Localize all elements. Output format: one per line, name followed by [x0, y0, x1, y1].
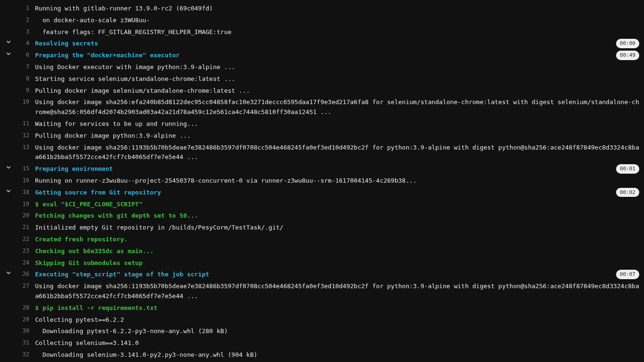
log-command: Fetching changes with git depth set to 5… [33, 210, 639, 222]
gutter: 8 [0, 73, 33, 83]
log-line: 23Checking out b6e335dc as main... [0, 246, 644, 257]
log-line: 29Collecting pytest==6.2.2 [0, 314, 644, 326]
chevron-placeholder [2, 62, 15, 62]
log-line: 16Running on runner-z3wu8uu--project-254… [0, 175, 644, 187]
line-number[interactable]: 31 [15, 337, 29, 347]
chevron-down-icon[interactable] [2, 187, 15, 194]
line-number[interactable]: 2 [15, 15, 29, 25]
chevron-placeholder [2, 142, 15, 143]
gutter: 26 [0, 269, 33, 279]
line-number[interactable]: 20 [15, 210, 29, 220]
section-header[interactable]: Executing "step_script" stage of the job… [33, 269, 610, 281]
chevron-placeholder [2, 85, 15, 86]
log-line: 6Preparing the "docker+machine" executor… [0, 50, 644, 62]
duration-pill: 00:02 [616, 188, 639, 197]
log-text: Using docker image sha256:efa240b85d8122… [33, 97, 639, 118]
line-number[interactable]: 29 [15, 314, 29, 324]
log-line: 8Starting service selenium/standalone-ch… [0, 73, 644, 85]
duration-pill: 00:07 [616, 270, 639, 279]
chevron-placeholder [2, 326, 15, 327]
duration-pill: 00:01 [616, 164, 639, 174]
chevron-placeholder [2, 175, 15, 176]
log-text: feature flags: FF_GITLAB_REGISTRY_HELPER… [33, 26, 639, 38]
gutter: 12 [0, 130, 33, 140]
chevron-placeholder [2, 26, 15, 27]
gutter: 4 [0, 38, 33, 48]
line-number[interactable]: 30 [15, 326, 29, 336]
chevron-down-icon[interactable] [2, 269, 15, 275]
chevron-placeholder [2, 199, 15, 200]
duration-pill: 00:49 [616, 51, 639, 60]
line-number[interactable]: 3 [15, 26, 29, 36]
log-line: 22Created fresh repository. [0, 234, 644, 246]
gutter: 22 [0, 234, 33, 244]
line-number[interactable]: 24 [15, 257, 29, 267]
gutter: 11 [0, 118, 33, 128]
chevron-placeholder [2, 3, 15, 4]
line-number[interactable]: 7 [15, 62, 29, 71]
chevron-down-icon[interactable] [2, 163, 15, 170]
gutter: 24 [0, 257, 33, 267]
line-number[interactable]: 16 [15, 175, 29, 185]
line-number[interactable]: 21 [15, 222, 29, 232]
log-text: Downloading selenium-3.141.0-py2.py3-non… [33, 349, 639, 361]
log-line: 20Fetching changes with git depth set to… [0, 210, 644, 222]
log-line: 4Resolving secrets00:00 [0, 38, 644, 50]
gutter: 18 [0, 187, 33, 197]
gutter: 10 [0, 97, 33, 106]
line-number[interactable]: 18 [15, 187, 29, 197]
log-text: Running with gitlab-runner 13.9.0-rc2 (6… [33, 3, 639, 15]
line-number[interactable]: 6 [15, 50, 29, 60]
chevron-placeholder [2, 337, 15, 338]
gutter: 21 [0, 222, 33, 232]
gutter: 19 [0, 199, 33, 209]
chevron-down-icon[interactable] [2, 38, 15, 44]
log-line: 11Waiting for services to be up and runn… [0, 118, 644, 130]
section-header[interactable]: Preparing environment [33, 163, 610, 175]
log-line: 21Initialized empty Git repository in /b… [0, 222, 644, 234]
line-number[interactable]: 4 [15, 38, 29, 48]
line-number[interactable]: 12 [15, 130, 29, 140]
gutter: 28 [0, 302, 33, 312]
job-log: 1Running with gitlab-runner 13.9.0-rc2 (… [0, 0, 644, 362]
chevron-down-icon[interactable] [2, 50, 15, 56]
line-number[interactable]: 10 [15, 97, 29, 106]
section-header[interactable]: Resolving secrets [33, 38, 610, 50]
gutter: 15 [0, 163, 33, 173]
log-line: 1Running with gitlab-runner 13.9.0-rc2 (… [0, 3, 644, 15]
log-line: 12Pulling docker image python:3.9-alpine… [0, 130, 644, 142]
line-number[interactable]: 8 [15, 73, 29, 83]
line-number[interactable]: 1 [15, 3, 29, 13]
line-number[interactable]: 22 [15, 234, 29, 244]
log-command: Skipping Git submodules setup [33, 257, 639, 269]
line-number[interactable]: 27 [15, 281, 29, 291]
line-number[interactable]: 15 [15, 163, 29, 173]
line-number[interactable]: 11 [15, 118, 29, 128]
log-text: on docker-auto-scale z3WU8uu- [33, 15, 639, 26]
chevron-placeholder [2, 234, 15, 235]
gutter: 32 [0, 349, 33, 359]
chevron-placeholder [2, 118, 15, 119]
line-number[interactable]: 19 [15, 199, 29, 209]
line-number[interactable]: 26 [15, 269, 29, 279]
log-line: 26Executing "step_script" stage of the j… [0, 269, 644, 281]
chevron-placeholder [2, 281, 15, 282]
line-number[interactable]: 13 [15, 142, 29, 152]
log-text: Using docker image sha256:1193b5b70b5dea… [33, 281, 639, 302]
line-number[interactable]: 28 [15, 302, 29, 312]
log-command: $ pip install -r requirements.txt [33, 302, 639, 314]
gutter: 20 [0, 210, 33, 220]
line-number[interactable]: 9 [15, 85, 29, 95]
section-header[interactable]: Getting source from Git repository [33, 187, 610, 199]
log-line: 27Using docker image sha256:1193b5b70b5d… [0, 281, 644, 302]
chevron-placeholder [2, 15, 15, 16]
chevron-placeholder [2, 130, 15, 131]
line-number[interactable]: 23 [15, 246, 29, 256]
section-header[interactable]: Preparing the "docker+machine" executor [33, 50, 610, 62]
line-number[interactable]: 32 [15, 349, 29, 359]
gutter: 1 [0, 3, 33, 13]
gutter: 3 [0, 26, 33, 36]
gutter: 29 [0, 314, 33, 324]
log-line: 15Preparing environment00:01 [0, 163, 644, 175]
log-line: 31Collecting selenium==3.141.0 [0, 337, 644, 349]
